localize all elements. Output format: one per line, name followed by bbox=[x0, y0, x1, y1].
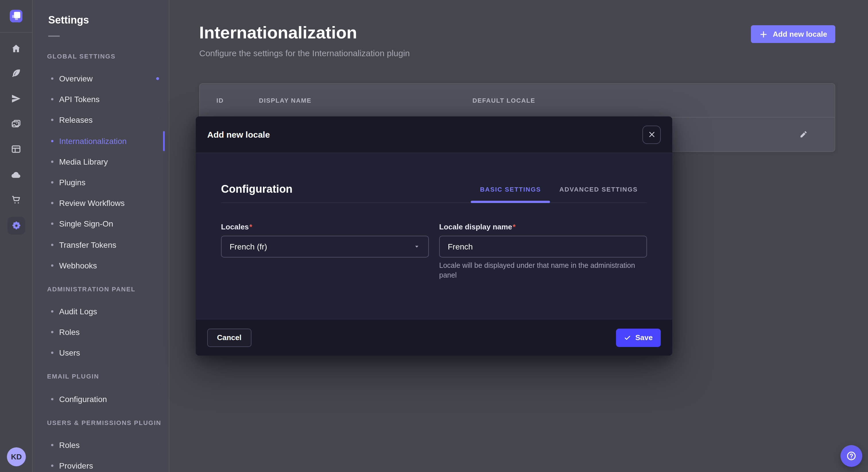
app-window: KD Settings GLOBAL SETTINGSOverviewAPI T… bbox=[0, 0, 868, 472]
sidebar-item-review-workflows[interactable]: Review Workflows bbox=[33, 193, 169, 213]
bullet-icon bbox=[51, 161, 53, 163]
sidebar-title-rule bbox=[48, 36, 60, 37]
sidebar-item-label: Transfer Tokens bbox=[59, 240, 116, 249]
column-header-id: ID bbox=[216, 97, 224, 104]
chevron-down-icon bbox=[413, 243, 420, 250]
add-locale-modal: Add new locale Configuration BASIC SETTI… bbox=[196, 116, 672, 356]
layout-icon[interactable] bbox=[11, 144, 22, 155]
sidebar-item-users[interactable]: Users bbox=[33, 343, 169, 363]
sidebar-item-label: Releases bbox=[59, 115, 93, 125]
bullet-icon bbox=[51, 264, 53, 267]
settings-sidebar: Settings GLOBAL SETTINGSOverviewAPI Toke… bbox=[33, 0, 169, 472]
display-name-hint: Locale will be displayed under that name… bbox=[439, 261, 647, 280]
table-header-row: ID DISPLAY NAME DEFAULT LOCALE bbox=[200, 84, 835, 117]
bullet-icon bbox=[51, 465, 53, 467]
sidebar-item-api-tokens[interactable]: API Tokens bbox=[33, 89, 169, 109]
sidebar-item-plugins[interactable]: Plugins bbox=[33, 172, 169, 193]
nav-section-items: RolesProviders bbox=[33, 434, 169, 472]
sidebar-item-releases[interactable]: Releases bbox=[33, 110, 169, 131]
bullet-icon bbox=[51, 77, 53, 80]
page-subtitle: Configure the settings for the Internati… bbox=[199, 48, 410, 58]
sidebar-item-roles[interactable]: Roles bbox=[33, 434, 169, 455]
display-name-input[interactable] bbox=[439, 236, 647, 258]
icon-rail: KD bbox=[0, 0, 33, 472]
modal-body: Configuration BASIC SETTINGS ADVANCED SE… bbox=[196, 182, 672, 280]
sidebar-item-label: Review Workflows bbox=[59, 198, 125, 208]
sidebar-item-label: Providers bbox=[59, 461, 93, 470]
bullet-icon bbox=[51, 398, 53, 400]
cloud-icon[interactable] bbox=[11, 169, 22, 180]
save-button[interactable]: Save bbox=[616, 328, 661, 347]
column-header-display-name: DISPLAY NAME bbox=[259, 97, 311, 104]
sidebar-item-webhooks[interactable]: Webhooks bbox=[33, 255, 169, 276]
sidebar-item-label: Users bbox=[59, 348, 80, 358]
sidebar-item-providers[interactable]: Providers bbox=[33, 456, 169, 472]
bullet-icon bbox=[51, 202, 53, 204]
bullet-icon bbox=[51, 119, 53, 121]
sidebar-item-single-sign-on[interactable]: Single Sign-On bbox=[33, 214, 169, 234]
add-new-locale-button[interactable]: Add new locale bbox=[751, 25, 835, 43]
bullet-icon bbox=[51, 223, 53, 225]
sidebar-item-label: Internationalization bbox=[59, 136, 127, 145]
rail-divider bbox=[0, 32, 32, 33]
locales-label: Locales* bbox=[221, 223, 429, 232]
bullet-icon bbox=[51, 243, 53, 246]
display-name-label: Locale display name* bbox=[439, 223, 647, 232]
nav-section-users-permissions-plugin: USERS & PERMISSIONS PLUGIN bbox=[33, 416, 169, 429]
sidebar-item-internationalization[interactable]: Internationalization bbox=[33, 131, 169, 151]
sidebar-item-label: Single Sign-On bbox=[59, 220, 113, 229]
sidebar-item-label: Roles bbox=[59, 328, 80, 337]
sidebar-item-label: Roles bbox=[59, 440, 80, 449]
bullet-icon bbox=[51, 352, 53, 354]
tabs-divider bbox=[221, 202, 647, 203]
avatar[interactable]: KD bbox=[7, 447, 26, 466]
bullet-icon bbox=[51, 331, 53, 333]
sidebar-item-label: Configuration bbox=[59, 394, 107, 403]
required-asterisk: * bbox=[513, 223, 516, 231]
sidebar-item-configuration[interactable]: Configuration bbox=[33, 389, 169, 409]
strapi-logo-icon bbox=[10, 10, 22, 22]
sidebar-item-overview[interactable]: Overview bbox=[33, 68, 169, 89]
locales-select-value: French (fr) bbox=[229, 242, 267, 251]
help-button[interactable] bbox=[840, 445, 862, 467]
bullet-icon bbox=[51, 140, 53, 142]
cart-icon[interactable] bbox=[11, 194, 22, 205]
strapi-logo[interactable] bbox=[10, 10, 22, 22]
bullet-icon bbox=[51, 310, 53, 312]
sidebar-item-label: Webhooks bbox=[59, 261, 97, 270]
images-icon[interactable] bbox=[11, 119, 22, 129]
bullet-icon bbox=[51, 98, 53, 101]
settings-gear-icon[interactable] bbox=[7, 217, 25, 235]
sidebar-item-label: Media Library bbox=[59, 157, 108, 166]
display-name-field: Locale display name* Locale will be disp… bbox=[439, 223, 647, 280]
tab-basic-settings[interactable]: BASIC SETTINGS bbox=[471, 182, 550, 196]
sidebar-title: Settings bbox=[33, 0, 169, 26]
plus-icon bbox=[759, 30, 768, 39]
sidebar-item-audit-logs[interactable]: Audit Logs bbox=[33, 301, 169, 322]
cancel-button[interactable]: Cancel bbox=[207, 328, 251, 347]
nav-section-administration-panel: ADMINISTRATION PANEL bbox=[33, 283, 169, 295]
sidebar-item-roles[interactable]: Roles bbox=[33, 322, 169, 342]
sidebar-item-label: API Tokens bbox=[59, 95, 100, 104]
edit-icon bbox=[799, 130, 807, 139]
send-icon[interactable] bbox=[11, 93, 22, 104]
modal-footer: Cancel Save bbox=[196, 319, 672, 356]
sidebar-item-transfer-tokens[interactable]: Transfer Tokens bbox=[33, 234, 169, 255]
sidebar-item-label: Audit Logs bbox=[59, 307, 97, 316]
home-icon[interactable] bbox=[11, 43, 22, 54]
nav-section-items: OverviewAPI TokensReleasesInternationali… bbox=[33, 68, 169, 276]
edit-locale-button[interactable] bbox=[797, 128, 809, 141]
locales-select[interactable]: French (fr) bbox=[221, 236, 429, 258]
nav-section-items: Configuration bbox=[33, 389, 169, 409]
modal-title: Add new locale bbox=[207, 130, 270, 139]
nav-section-items: Audit LogsRolesUsers bbox=[33, 301, 169, 363]
close-button[interactable] bbox=[642, 125, 661, 144]
bullet-icon bbox=[51, 444, 53, 446]
configuration-heading: Configuration bbox=[221, 183, 292, 196]
save-label: Save bbox=[635, 333, 653, 342]
page-title: Internationalization bbox=[199, 23, 357, 42]
feather-icon[interactable] bbox=[11, 68, 22, 79]
tab-advanced-settings[interactable]: ADVANCED SETTINGS bbox=[550, 182, 647, 196]
nav-section-global-settings: GLOBAL SETTINGS bbox=[33, 50, 169, 63]
sidebar-item-media-library[interactable]: Media Library bbox=[33, 151, 169, 172]
